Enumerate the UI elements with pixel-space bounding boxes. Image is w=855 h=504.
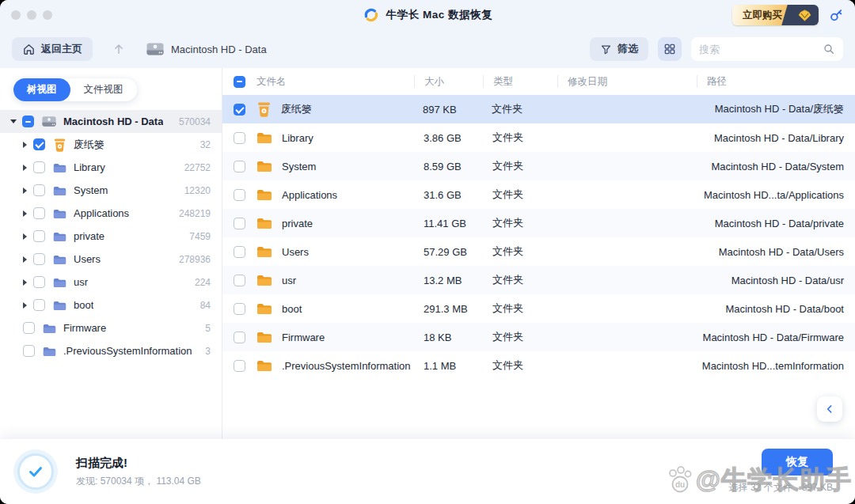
caret-right-icon[interactable] bbox=[23, 188, 27, 194]
file-type: 文件夹 bbox=[483, 301, 557, 316]
row-checkbox[interactable] bbox=[234, 161, 245, 172]
column-header-name[interactable]: 文件名 bbox=[256, 75, 414, 89]
file-name: usr bbox=[282, 275, 414, 286]
close-window-button[interactable] bbox=[11, 10, 21, 20]
caret-right-icon[interactable] bbox=[23, 279, 27, 286]
tree-item-count: 32 bbox=[196, 139, 211, 150]
table-row[interactable]: Users 57.29 GB 文件夹 Macintosh HD - Data/U… bbox=[222, 237, 855, 266]
tree-item-count: 12320 bbox=[180, 185, 211, 196]
tree-item[interactable]: Library 22752 bbox=[0, 156, 222, 179]
filter-button[interactable]: 筛选 bbox=[590, 37, 648, 61]
search-input[interactable] bbox=[699, 44, 823, 55]
tree-item-checkbox[interactable] bbox=[33, 253, 45, 265]
tree-item-label: Users bbox=[74, 253, 101, 265]
collapse-panel-button[interactable] bbox=[817, 396, 842, 422]
tree-item-count: 248219 bbox=[174, 208, 211, 219]
search-box[interactable] bbox=[691, 37, 843, 61]
table-row[interactable]: .PreviousSystemInformation 1.1 MB 文件夹 Ma… bbox=[222, 351, 855, 380]
tree-item-checkbox[interactable] bbox=[33, 184, 45, 196]
tree-item-checkbox[interactable] bbox=[23, 345, 35, 357]
file-path: Macintosh HD - Data/Users bbox=[697, 246, 855, 258]
row-checkbox[interactable] bbox=[234, 189, 245, 201]
tree-item[interactable]: Applications 248219 bbox=[0, 202, 222, 225]
caret-right-icon[interactable] bbox=[23, 302, 27, 309]
file-path: Macintosh HD - Data/private bbox=[697, 218, 855, 229]
folder-icon bbox=[53, 162, 66, 173]
tree-root-item[interactable]: Macintosh HD - Data 570034 bbox=[0, 110, 222, 133]
tree-item[interactable]: private 7459 bbox=[0, 225, 222, 248]
zoom-window-button[interactable] bbox=[43, 10, 52, 20]
row-checkbox[interactable] bbox=[234, 104, 245, 116]
row-checkbox[interactable] bbox=[234, 132, 245, 144]
root-checkbox[interactable] bbox=[22, 116, 34, 127]
caret-right-icon[interactable] bbox=[23, 210, 27, 217]
tab-tree-view[interactable]: 树视图 bbox=[13, 78, 70, 101]
column-header-date[interactable]: 修改日期 bbox=[557, 75, 697, 88]
minimize-window-button[interactable] bbox=[27, 10, 36, 20]
table-row[interactable]: boot 291.3 MB 文件夹 Macintosh HD - Data/bo… bbox=[222, 294, 855, 323]
caret-right-icon[interactable] bbox=[23, 256, 27, 263]
buy-now-button[interactable]: 立即购买 bbox=[732, 5, 819, 25]
file-path: Macintosh HD - Data/Firmware bbox=[697, 332, 855, 343]
table-row[interactable]: usr 13.2 MB 文件夹 Macintosh HD - Data/usr bbox=[222, 266, 855, 294]
view-mode-button[interactable] bbox=[658, 37, 682, 61]
tree-item-checkbox[interactable] bbox=[33, 230, 45, 242]
search-icon[interactable] bbox=[823, 43, 835, 55]
tree-item-label: Firmware bbox=[63, 322, 106, 334]
row-checkbox[interactable] bbox=[234, 275, 245, 286]
folder-icon bbox=[53, 208, 66, 219]
folder-icon bbox=[256, 131, 272, 144]
activation-key-icon[interactable] bbox=[828, 7, 844, 23]
caret-right-icon[interactable] bbox=[23, 142, 27, 148]
tree-item[interactable]: .PreviousSystemInformation 3 bbox=[0, 339, 222, 362]
row-checkbox[interactable] bbox=[234, 246, 245, 258]
row-checkbox[interactable] bbox=[234, 303, 245, 315]
column-header-path[interactable]: 路径 bbox=[697, 75, 855, 88]
tree-item-checkbox[interactable] bbox=[33, 161, 45, 173]
row-checkbox[interactable] bbox=[234, 332, 245, 343]
folder-icon bbox=[53, 277, 66, 288]
file-type: 文件夹 bbox=[483, 244, 557, 259]
row-checkbox[interactable] bbox=[234, 218, 245, 229]
table-row[interactable]: private 11.41 GB 文件夹 Macintosh HD - Data… bbox=[222, 209, 855, 237]
tree-item-label: boot bbox=[74, 299, 93, 311]
view-tabs: 树视图 文件视图 bbox=[13, 78, 137, 101]
tree-item-checkbox[interactable] bbox=[33, 138, 45, 150]
tree-item-checkbox[interactable] bbox=[33, 276, 45, 288]
row-checkbox[interactable] bbox=[234, 360, 245, 372]
folder-icon bbox=[43, 346, 56, 357]
tree-item[interactable]: Users 278936 bbox=[0, 248, 222, 271]
file-name: Library bbox=[282, 132, 414, 144]
file-size: 8.59 GB bbox=[414, 161, 483, 172]
table-row[interactable]: Applications 31.6 GB 文件夹 Macintosh HD...… bbox=[222, 180, 855, 209]
recover-button[interactable]: 恢复 bbox=[762, 449, 833, 476]
tree-item[interactable]: usr 224 bbox=[0, 271, 222, 294]
tree-item[interactable]: 废纸篓 32 bbox=[0, 133, 222, 156]
column-header-size[interactable]: 大小 bbox=[414, 75, 483, 88]
tree-item-checkbox[interactable] bbox=[23, 322, 35, 334]
scan-title: 扫描完成! bbox=[76, 456, 201, 471]
navigate-up-icon[interactable] bbox=[112, 42, 126, 56]
tab-file-view[interactable]: 文件视图 bbox=[70, 78, 137, 101]
select-all-checkbox[interactable] bbox=[234, 76, 245, 88]
trash-icon bbox=[256, 101, 272, 117]
table-row[interactable]: Library 3.86 GB 文件夹 Macintosh HD - Data/… bbox=[222, 123, 855, 152]
file-name: .PreviousSystemInformation bbox=[282, 360, 414, 372]
back-home-button[interactable]: 返回主页 bbox=[12, 37, 93, 61]
column-header-type[interactable]: 类型 bbox=[483, 75, 557, 88]
table-row[interactable]: Firmware 18 KB 文件夹 Macintosh HD - Data/F… bbox=[222, 323, 855, 351]
folder-icon bbox=[256, 188, 272, 201]
caret-right-icon[interactable] bbox=[23, 233, 27, 240]
caret-down-icon[interactable] bbox=[10, 119, 17, 123]
tree-item-checkbox[interactable] bbox=[33, 299, 45, 311]
tree-item-checkbox[interactable] bbox=[33, 207, 45, 219]
file-size: 57.29 GB bbox=[414, 246, 483, 258]
caret-right-icon[interactable] bbox=[23, 165, 27, 171]
folder-icon bbox=[53, 300, 66, 311]
tree-item[interactable]: boot 84 bbox=[0, 294, 222, 316]
tree-item[interactable]: System 12320 bbox=[0, 179, 222, 202]
table-row[interactable]: System 8.59 GB 文件夹 Macintosh HD - Data/S… bbox=[222, 152, 855, 180]
tree-item[interactable]: Firmware 5 bbox=[0, 316, 222, 339]
file-type: 文件夹 bbox=[483, 188, 557, 202]
table-row[interactable]: 废纸篓 897 KB 文件夹 Macintosh HD - Data/废纸篓 bbox=[222, 95, 855, 123]
